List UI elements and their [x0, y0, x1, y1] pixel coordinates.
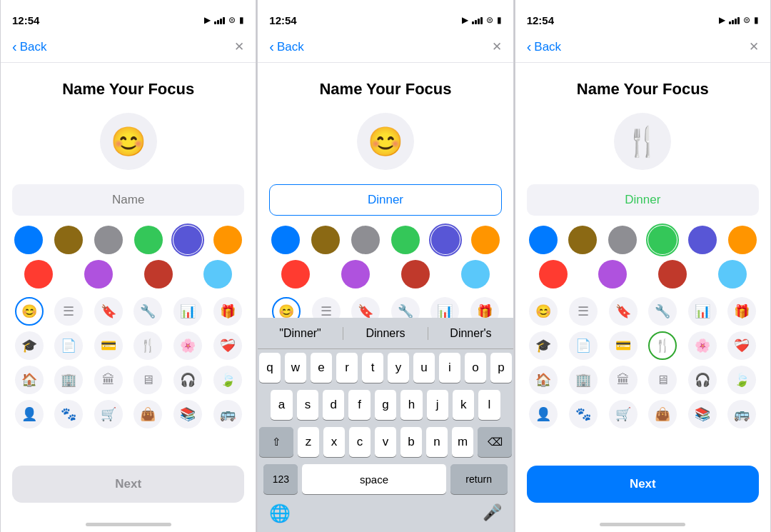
- color-red-3[interactable]: [539, 260, 568, 288]
- icon-fork-3[interactable]: 🍴: [648, 331, 677, 360]
- icon-paw-3[interactable]: 🐾: [569, 400, 598, 428]
- icon-chart-1[interactable]: 📊: [173, 297, 202, 326]
- icon-doc-1[interactable]: 📄: [54, 331, 83, 360]
- key-shift[interactable]: ⇧: [259, 427, 293, 457]
- back-button-1[interactable]: ‹ Back: [12, 39, 46, 55]
- icon-headphones-1[interactable]: 🎧: [173, 366, 202, 394]
- key-delete[interactable]: ⌫: [478, 427, 512, 457]
- key-w[interactable]: w: [285, 353, 306, 383]
- icon-list-1[interactable]: ☰: [54, 297, 83, 326]
- key-o[interactable]: o: [465, 353, 486, 383]
- color-crimson-2[interactable]: [401, 260, 430, 288]
- key-g[interactable]: g: [375, 390, 396, 420]
- key-s[interactable]: s: [297, 390, 318, 420]
- icon-card-3[interactable]: 💳: [609, 331, 638, 360]
- color-red-2[interactable]: [281, 260, 310, 288]
- icon-home-3[interactable]: 🏠: [529, 366, 558, 394]
- key-i[interactable]: i: [439, 353, 460, 383]
- color-orange-1[interactable]: [213, 226, 242, 254]
- icon-paw-1[interactable]: 🐾: [54, 400, 83, 428]
- name-input-2[interactable]: [269, 184, 501, 216]
- key-v[interactable]: v: [375, 427, 396, 457]
- color-green-1[interactable]: [134, 226, 163, 254]
- icon-cart-1[interactable]: 🛒: [94, 400, 123, 428]
- key-q[interactable]: q: [259, 353, 281, 383]
- close-button-3[interactable]: ✕: [749, 39, 759, 54]
- icon-gift-3[interactable]: 🎁: [727, 297, 756, 326]
- autocorrect-word-3[interactable]: Dinner's: [428, 327, 513, 340]
- color-brown-1[interactable]: [54, 226, 83, 254]
- icon-bank-1[interactable]: 🏛: [94, 366, 123, 394]
- color-green-3[interactable]: [648, 226, 677, 254]
- color-indigo-2[interactable]: [431, 226, 460, 254]
- icon-person-3[interactable]: 👤: [529, 400, 558, 428]
- key-x[interactable]: x: [323, 427, 345, 457]
- color-brown-2[interactable]: [311, 226, 340, 254]
- key-z[interactable]: z: [298, 427, 319, 457]
- color-crimson-3[interactable]: [658, 260, 687, 288]
- color-purple-3[interactable]: [688, 226, 717, 254]
- color-purple-2[interactable]: [341, 260, 370, 288]
- key-j[interactable]: j: [427, 390, 448, 420]
- close-button-2[interactable]: ✕: [492, 39, 502, 54]
- icon-person-1[interactable]: 👤: [15, 400, 44, 428]
- autocorrect-word-2[interactable]: Dinners: [343, 327, 428, 340]
- icon-bag-1[interactable]: 👜: [133, 400, 162, 428]
- close-button-1[interactable]: ✕: [234, 39, 244, 54]
- mic-key[interactable]: 🎤: [483, 503, 502, 523]
- color-purple2-3[interactable]: [598, 260, 627, 288]
- icon-bus-1[interactable]: 🚌: [213, 400, 242, 428]
- key-space[interactable]: space: [302, 464, 445, 494]
- icon-monitor-1[interactable]: 🖥: [133, 366, 162, 394]
- icon-bookmark-1[interactable]: 🔖: [94, 297, 123, 326]
- key-c[interactable]: c: [349, 427, 371, 457]
- color-orange-2[interactable]: [471, 226, 500, 254]
- key-k[interactable]: k: [453, 390, 474, 420]
- icon-leaf-1[interactable]: 🍃: [213, 366, 242, 394]
- back-label-3[interactable]: Back: [534, 40, 561, 54]
- back-button-2[interactable]: ‹ Back: [269, 39, 303, 55]
- color-crimson-1[interactable]: [144, 260, 173, 288]
- next-button-3[interactable]: Next: [527, 466, 759, 503]
- icon-monitor-3[interactable]: 🖥: [648, 366, 677, 394]
- color-brown-3[interactable]: [568, 226, 597, 254]
- icon-headphones-3[interactable]: 🎧: [688, 366, 717, 394]
- color-purple-1[interactable]: [84, 260, 113, 288]
- icon-book-3[interactable]: 📚: [688, 400, 717, 428]
- icon-hat-3[interactable]: 🎓: [529, 331, 558, 360]
- key-t[interactable]: t: [362, 353, 383, 383]
- icon-wrench-3[interactable]: 🔧: [648, 297, 677, 326]
- key-b[interactable]: b: [400, 427, 422, 457]
- emoji-key[interactable]: 🌐: [269, 503, 291, 523]
- emoji-avatar-2[interactable]: 😊: [357, 113, 414, 170]
- back-label-1[interactable]: Back: [20, 40, 47, 54]
- icon-health-1[interactable]: ❤️‍🩹: [213, 331, 242, 360]
- key-h[interactable]: h: [400, 390, 422, 420]
- color-blue-2[interactable]: [271, 226, 300, 254]
- icon-health-3[interactable]: ❤️‍🩹: [727, 331, 756, 360]
- key-r[interactable]: r: [336, 353, 358, 383]
- name-input-3[interactable]: [527, 184, 759, 216]
- key-numbers[interactable]: 123: [263, 464, 298, 494]
- color-orange-3[interactable]: [728, 226, 757, 254]
- back-label-2[interactable]: Back: [277, 40, 304, 54]
- key-f[interactable]: f: [348, 390, 370, 420]
- icon-flower-1[interactable]: 🌸: [173, 331, 202, 360]
- icon-list-3[interactable]: ☰: [569, 297, 598, 326]
- icon-gift-1[interactable]: 🎁: [213, 297, 242, 326]
- icon-bus-3[interactable]: 🚌: [727, 400, 756, 428]
- icon-bag-3[interactable]: 👜: [648, 400, 677, 428]
- emoji-avatar-3[interactable]: 🍴: [614, 113, 671, 170]
- key-y[interactable]: y: [388, 353, 409, 383]
- color-teal-3[interactable]: [718, 260, 747, 288]
- icon-chart-3[interactable]: 📊: [688, 297, 717, 326]
- key-e[interactable]: e: [311, 353, 332, 383]
- icon-emoji-1[interactable]: 😊: [15, 297, 44, 326]
- icon-leaf-3[interactable]: 🍃: [727, 366, 756, 394]
- autocorrect-word-1[interactable]: "Dinner": [258, 327, 343, 340]
- icon-card-1[interactable]: 💳: [94, 331, 123, 360]
- icon-fork-1[interactable]: 🍴: [133, 331, 162, 360]
- key-l[interactable]: l: [478, 390, 500, 420]
- key-u[interactable]: u: [413, 353, 435, 383]
- key-p[interactable]: p: [490, 353, 512, 383]
